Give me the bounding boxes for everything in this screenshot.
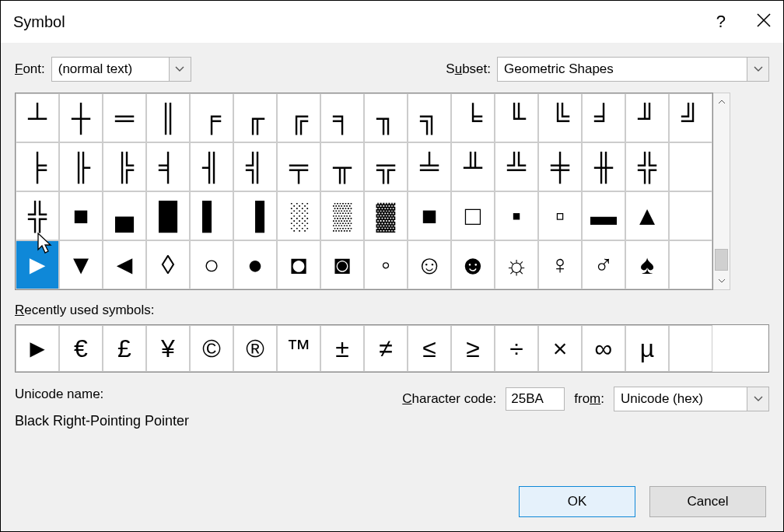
symbol-cell[interactable]: ○ <box>190 240 233 289</box>
symbol-cell[interactable]: □ <box>451 191 495 240</box>
symbol-cell[interactable]: ▲ <box>625 191 669 240</box>
symbol-cell[interactable]: ▌ <box>190 191 233 240</box>
symbol-cell[interactable]: ╛ <box>582 93 625 142</box>
symbol-cell[interactable]: ╝ <box>669 93 712 142</box>
symbol-cell[interactable]: ▓ <box>364 191 408 240</box>
symbol-cell[interactable]: ▬ <box>582 191 625 240</box>
symbol-cell[interactable]: ╫ <box>582 142 625 191</box>
recent-cell[interactable]: ± <box>320 325 364 372</box>
symbol-cell[interactable]: ╦ <box>364 142 408 191</box>
subset-combo[interactable]: Geometric Shapes <box>497 57 769 82</box>
symbol-cell[interactable]: ╞ <box>16 142 59 191</box>
symbol-cell[interactable]: ╓ <box>233 93 277 142</box>
symbol-cell[interactable]: ╒ <box>190 93 233 142</box>
recent-cell[interactable]: ® <box>233 325 277 372</box>
symbol-cell[interactable]: ╢ <box>190 142 233 191</box>
symbol-cell[interactable]: ▄ <box>103 191 146 240</box>
symbol-cell[interactable]: ╡ <box>146 142 190 191</box>
symbol-cell[interactable]: ═ <box>103 93 146 142</box>
symbol-cell[interactable]: ╗ <box>408 93 451 142</box>
symbol-cell[interactable]: ■ <box>408 191 451 240</box>
symbol-cell[interactable]: ▒ <box>320 191 364 240</box>
symbol-cell[interactable]: ╙ <box>495 93 538 142</box>
symbol-cell[interactable]: █ <box>146 191 190 240</box>
symbol-cell[interactable]: ♠ <box>625 240 669 289</box>
symbol-cell[interactable]: ☻ <box>451 240 495 289</box>
cancel-button[interactable]: Cancel <box>649 486 766 517</box>
symbol-cell[interactable]: ╬ <box>16 191 59 240</box>
font-combo[interactable]: (normal text) <box>51 57 191 82</box>
symbol-cell[interactable]: ╜ <box>625 93 669 142</box>
symbol-cell[interactable]: ▼ <box>59 240 103 289</box>
recently-used-label: Recently used symbols: <box>15 303 769 318</box>
symbol-cell[interactable]: ╩ <box>495 142 538 191</box>
symbol-cell[interactable]: ▐ <box>233 191 277 240</box>
recent-cell[interactable]: ¥ <box>146 325 190 372</box>
ok-button[interactable]: OK <box>519 486 635 517</box>
symbol-cell[interactable]: ◘ <box>277 240 320 289</box>
symbol-cell[interactable]: ● <box>233 240 277 289</box>
scroll-thumb[interactable] <box>715 249 728 271</box>
symbol-cell[interactable]: ☼ <box>495 240 538 289</box>
symbol-cell[interactable]: ░ <box>277 191 320 240</box>
charcode-input[interactable] <box>506 387 565 411</box>
symbol-cell[interactable]: ╔ <box>277 93 320 142</box>
symbol-cell[interactable]: ♂ <box>582 240 625 289</box>
symbol-grid[interactable]: ┴┼═║╒╓╔╕╖╗╘╙╚╛╜╝╞╟╠╡╢╣╤╥╦╧╨╩╪╫╬ ╬■▄█▌▐░▒… <box>15 93 713 290</box>
symbol-cell[interactable]: ╠ <box>103 142 146 191</box>
recent-cell[interactable]: € <box>59 325 103 372</box>
symbol-cell[interactable]: ▫ <box>538 191 582 240</box>
symbol-cell[interactable]: ╥ <box>320 142 364 191</box>
recent-grid[interactable]: ►€£¥©®™±≠≤≥÷×∞µ <box>15 324 769 373</box>
recent-cell[interactable]: © <box>190 325 233 372</box>
symbol-cell[interactable]: ☺ <box>408 240 451 289</box>
help-button[interactable]: ? <box>716 12 726 32</box>
symbol-cell[interactable]: ▪ <box>495 191 538 240</box>
symbol-cell[interactable]: ╕ <box>320 93 364 142</box>
recent-cell[interactable]: ≤ <box>408 325 451 372</box>
symbol-cell[interactable] <box>669 142 712 191</box>
from-combo[interactable]: Unicode (hex) <box>614 387 769 411</box>
scroll-down-icon[interactable] <box>713 272 730 289</box>
symbol-cell[interactable]: ╟ <box>59 142 103 191</box>
font-label: Font: <box>15 61 45 77</box>
symbol-cell[interactable]: ♀ <box>538 240 582 289</box>
symbol-cell[interactable]: ╤ <box>277 142 320 191</box>
scroll-up-icon[interactable] <box>713 93 730 110</box>
recent-cell[interactable]: ™ <box>277 325 320 372</box>
symbol-cell[interactable] <box>669 191 712 240</box>
symbol-cell[interactable]: ┼ <box>59 93 103 142</box>
recent-cell[interactable] <box>669 325 712 372</box>
scroll-track[interactable] <box>713 110 730 272</box>
symbol-cell[interactable]: ◄ <box>103 240 146 289</box>
subset-combo-arrow[interactable] <box>747 58 768 81</box>
symbol-cell[interactable]: ╣ <box>233 142 277 191</box>
font-combo-arrow[interactable] <box>169 58 191 81</box>
symbol-cell[interactable]: ╧ <box>408 142 451 191</box>
symbol-cell[interactable] <box>669 240 712 289</box>
close-button[interactable] <box>757 12 771 32</box>
symbol-cell[interactable]: ╪ <box>538 142 582 191</box>
recent-cell[interactable]: ÷ <box>495 325 538 372</box>
symbol-cell[interactable]: ╚ <box>538 93 582 142</box>
symbol-cell[interactable]: ◊ <box>146 240 190 289</box>
recent-cell[interactable]: ≠ <box>364 325 408 372</box>
symbol-cell[interactable]: ╖ <box>364 93 408 142</box>
recent-cell[interactable]: µ <box>625 325 669 372</box>
symbol-cell[interactable]: ◙ <box>320 240 364 289</box>
recent-cell[interactable]: ∞ <box>582 325 625 372</box>
recent-cell[interactable]: ≥ <box>451 325 495 372</box>
recent-cell[interactable]: × <box>538 325 582 372</box>
recent-cell[interactable]: ► <box>16 325 59 372</box>
symbol-cell[interactable]: ┴ <box>16 93 59 142</box>
from-combo-arrow[interactable] <box>747 387 768 411</box>
symbol-cell[interactable]: ► <box>16 240 59 289</box>
scrollbar[interactable] <box>713 93 730 290</box>
symbol-cell[interactable]: ╘ <box>451 93 495 142</box>
symbol-cell[interactable]: ╨ <box>451 142 495 191</box>
symbol-cell[interactable]: ╬ <box>625 142 669 191</box>
symbol-cell[interactable]: ║ <box>146 93 190 142</box>
symbol-cell[interactable]: ■ <box>59 191 103 240</box>
symbol-cell[interactable]: ◦ <box>364 240 408 289</box>
recent-cell[interactable]: £ <box>103 325 146 372</box>
